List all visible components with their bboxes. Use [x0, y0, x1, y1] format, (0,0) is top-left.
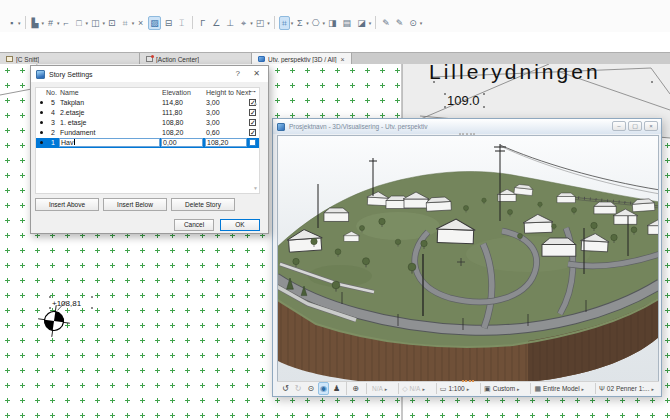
profile-options[interactable]: ⎔	[310, 16, 322, 30]
dropdown-caret-icon[interactable]: ▾	[103, 20, 106, 26]
favorites[interactable]: ◨	[326, 16, 339, 30]
dropdown-caret-icon[interactable]: ▾	[369, 20, 372, 26]
story-row[interactable]: 2 Fundament 108,20 0,60	[36, 128, 259, 138]
dropdown-caret-icon[interactable]: ▾	[86, 20, 89, 26]
story-visibility-checkbox[interactable]	[249, 119, 256, 126]
align[interactable]: ⊥	[224, 16, 236, 30]
story-row[interactable]: 1 Hav 0,00 108,20	[36, 138, 259, 148]
snap-grid-options[interactable]: ⌗	[279, 16, 290, 30]
scroll-up-icon[interactable]: ▲	[253, 100, 258, 106]
snap-points[interactable]: ⌗	[120, 16, 131, 30]
marquee[interactable]: □	[74, 16, 85, 30]
layer-combination-selector[interactable]: N/A ▸	[366, 383, 390, 394]
story-name-field[interactable]: 1. etasje	[60, 119, 160, 126]
orbit-icon[interactable]: ↺	[280, 382, 291, 395]
default-settings[interactable]: ▪	[6, 16, 17, 30]
3d-window-titlebar[interactable]: Prosjektnavn - 3D/Visualisering - Utv. p…	[273, 119, 661, 134]
cancel-button[interactable]: Cancel	[174, 219, 214, 231]
trim[interactable]: ×	[135, 16, 146, 30]
restore-button[interactable]: ▢	[628, 121, 642, 131]
zoom-icon[interactable]: ⊙	[305, 382, 316, 395]
lock[interactable]: ◫	[89, 16, 102, 30]
help-button[interactable]: ?	[236, 69, 240, 78]
dialog-titlebar[interactable]: Story Settings ? ✕	[31, 66, 268, 82]
story-visibility-checkbox[interactable]	[249, 129, 256, 136]
story-name-field[interactable]: 2.etasje	[60, 109, 160, 116]
fit-in-window-icon[interactable]: ⊕	[350, 382, 361, 395]
layers[interactable]: ▙	[30, 16, 41, 30]
story-bullet	[40, 131, 43, 134]
plan-label-place[interactable]: Lillerydningen	[429, 64, 601, 83]
plan-label-spot-height[interactable]: 109.0	[447, 93, 480, 108]
renovation-filter-selector[interactable]: ◇ N/A ▸	[398, 383, 428, 394]
dropdown-caret-icon[interactable]: ▾	[291, 20, 294, 26]
story-elevation-field[interactable]: 0,00	[161, 138, 203, 147]
story-height-field[interactable]: 3,00	[206, 109, 246, 116]
story-row[interactable]: 3 1. etasje 108,80 3,00	[36, 118, 259, 128]
statusbar-drag-handle[interactable]	[462, 380, 474, 382]
dialog-close-icon[interactable]: ✕	[253, 69, 260, 78]
story-visibility-checkbox[interactable]	[249, 109, 256, 116]
story-visibility-checkbox[interactable]	[249, 139, 256, 146]
selection-options[interactable]: ◰	[254, 16, 267, 30]
morph-options[interactable]: ⊙	[407, 16, 419, 30]
story-list: No. Name Elevation Height to Next ▪‒▪ 5 …	[35, 87, 260, 194]
turntable-icon[interactable]: ↻	[293, 382, 304, 395]
3d-viewport[interactable]	[277, 135, 659, 383]
intersect[interactable]: ⌶	[176, 16, 187, 30]
tab-close-icon[interactable]: ×	[337, 56, 345, 63]
insert-below-button[interactable]: Insert Below	[103, 198, 167, 211]
inject-parameters[interactable]: ✎	[394, 16, 406, 30]
dropdown-caret-icon[interactable]: ▾	[250, 20, 253, 26]
pen-set-selector[interactable]: Ψ 02 Penner 1:... ▸	[595, 383, 657, 394]
insert-above-button[interactable]: Insert Above	[35, 198, 99, 211]
walk-mode-icon[interactable]: ♟	[331, 382, 342, 395]
scroll-down-icon[interactable]: ▼	[253, 185, 258, 191]
story-height-field[interactable]: 108,20	[205, 138, 247, 147]
publisher[interactable]: ▤	[341, 16, 354, 30]
dropdown-caret-icon[interactable]: ▾	[57, 20, 60, 26]
story-name-field[interactable]: Hav	[59, 138, 160, 147]
dropdown-caret-icon[interactable]: ▾	[132, 20, 135, 26]
dropdown-caret-icon[interactable]: ▾	[306, 20, 309, 26]
story-name-field[interactable]: Fundament	[60, 129, 160, 136]
structure-display-selector[interactable]: ▦ Entire Model ▸	[530, 383, 587, 394]
story-height-field[interactable]: 0,60	[206, 129, 246, 136]
calculate[interactable]: Σ	[294, 16, 305, 30]
story-elevation-field[interactable]: 108,80	[162, 119, 202, 126]
story-elevation-field[interactable]: 114,80	[162, 99, 202, 106]
dropdown-caret-icon[interactable]: ▾	[420, 20, 423, 26]
story-row[interactable]: 4 2.etasje 111,80 3,00	[36, 108, 259, 118]
story-elevation-field[interactable]: 111,80	[162, 109, 202, 116]
grid-snap[interactable]: #	[45, 16, 56, 30]
ok-button[interactable]: OK	[220, 219, 260, 231]
guide-lines[interactable]: ⌐	[61, 16, 72, 30]
render-settings[interactable]: ◪	[355, 16, 368, 30]
scale-selector[interactable]: ▭ 1:100 ▸	[436, 383, 472, 394]
close-window-button[interactable]: ×	[644, 121, 658, 131]
titlebar-drag-handle[interactable]	[459, 133, 475, 135]
story-elevation-field[interactable]: 108,20	[162, 129, 202, 136]
find-select[interactable]: ⌖	[238, 16, 249, 30]
story-height-field[interactable]: 3,00	[206, 99, 246, 106]
rotate[interactable]: ∠	[210, 16, 222, 30]
delete-story-button[interactable]: Delete Story	[171, 198, 235, 211]
fillet[interactable]: Γ	[197, 16, 208, 30]
view-settings-selector[interactable]: ▣ Custom ▸	[480, 383, 523, 394]
story-name-field[interactable]: Takplan	[60, 99, 160, 106]
adjust[interactable]: ⊟	[163, 16, 175, 30]
trace-reference[interactable]: ⊡	[106, 16, 118, 30]
pickup-parameters[interactable]: ✎	[380, 16, 392, 30]
selector-icon: Ψ	[599, 385, 605, 392]
story-row[interactable]: 5 Takplan 114,80 3,00	[36, 98, 259, 108]
dropdown-caret-icon[interactable]: ▾	[18, 20, 21, 26]
perspective-eye-icon[interactable]: ◉	[318, 382, 329, 395]
dropdown-caret-icon[interactable]: ▾	[323, 20, 326, 26]
story-height-field[interactable]: 3,00	[206, 119, 246, 126]
split[interactable]: ▨	[148, 16, 161, 30]
minimize-button[interactable]: ‒	[612, 121, 626, 131]
tab-icon	[6, 56, 13, 62]
dropdown-caret-icon[interactable]: ▾	[42, 20, 45, 26]
plan-label-benchmark-height[interactable]: +108,81	[52, 299, 82, 308]
dropdown-caret-icon[interactable]: ▾	[267, 20, 270, 26]
